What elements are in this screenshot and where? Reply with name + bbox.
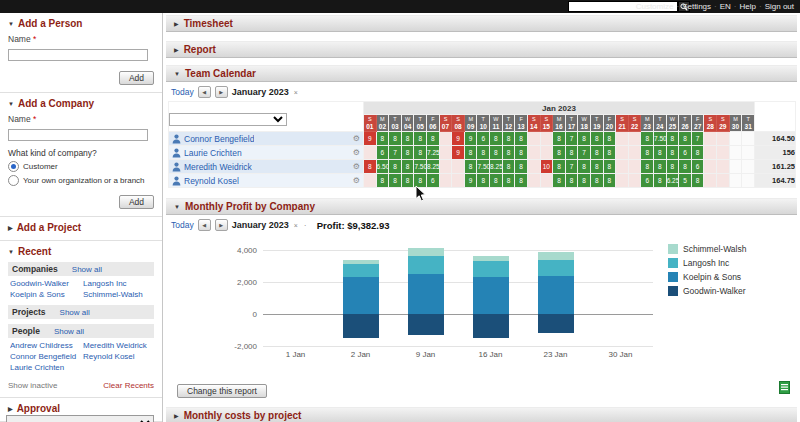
calendar-cell[interactable]: 6 (477, 132, 490, 146)
calendar-cell[interactable]: 8 (414, 174, 427, 188)
calendar-cell[interactable]: 8 (490, 174, 503, 188)
calendar-cell[interactable] (742, 174, 755, 188)
bar-segment-schimmel-walsh[interactable] (473, 256, 509, 261)
calendar-cell[interactable]: 8 (578, 174, 591, 188)
calendar-cell[interactable]: 7 (565, 160, 578, 174)
calendar-cell[interactable] (729, 174, 742, 188)
today-link[interactable]: Today (171, 87, 194, 97)
calendar-cell[interactable]: 7.50 (654, 132, 667, 146)
calendar-cell[interactable]: 8 (603, 160, 616, 174)
calendar-cell[interactable] (616, 174, 629, 188)
section-monthly-profit[interactable]: ▼ Monthly Profit by Company (166, 198, 797, 215)
calendar-cell[interactable]: 8 (590, 160, 603, 174)
next-month-button[interactable]: ▶ (215, 219, 228, 231)
recent-item-schimmel-walsh[interactable]: Schimmel-Walsh (83, 290, 152, 299)
section-monthly-costs[interactable]: ▶ Monthly costs by project (166, 407, 797, 422)
calendar-cell[interactable] (717, 132, 730, 146)
calendar-cell[interactable]: 8 (401, 160, 414, 174)
calendar-cell[interactable]: 8 (578, 160, 591, 174)
calendar-cell[interactable] (704, 174, 717, 188)
calendar-cell[interactable]: 8 (364, 160, 377, 174)
section-timesheet[interactable]: ▶ Timesheet (166, 15, 797, 32)
calendar-cell[interactable] (616, 146, 629, 160)
calendar-cell[interactable]: 10 (540, 160, 553, 174)
bar-segment-langosh-inc[interactable] (538, 260, 574, 276)
calendar-cell[interactable]: 8 (376, 132, 389, 146)
calendar-cell[interactable] (729, 146, 742, 160)
calendar-cell[interactable]: 9 (364, 132, 377, 146)
calendar-cell[interactable] (704, 146, 717, 160)
company-name-input[interactable] (8, 129, 148, 141)
calendar-cell[interactable]: 8 (654, 146, 667, 160)
calendar-cell[interactable]: 8 (603, 146, 616, 160)
calendar-cell[interactable]: 8 (389, 174, 402, 188)
bar-segment-schimmel-walsh[interactable] (408, 248, 444, 256)
calendar-cell[interactable]: 8 (464, 146, 477, 160)
calendar-cell[interactable] (439, 146, 452, 160)
calendar-cell[interactable]: 9 (464, 132, 477, 146)
today-link[interactable]: Today (171, 220, 194, 230)
calendar-cell[interactable]: 8 (691, 174, 704, 188)
gear-icon[interactable]: ⚙ (353, 174, 360, 187)
calendar-cell[interactable]: 8.25 (427, 160, 440, 174)
bar-segment-goodwin-walker[interactable] (473, 314, 509, 338)
recent-item-langosh-inc[interactable]: Langosh Inc (83, 279, 152, 288)
calendar-cell[interactable]: 7 (389, 146, 402, 160)
topbar-link-sign-out[interactable]: Sign out (765, 2, 794, 11)
calendar-cell[interactable]: 8 (515, 174, 528, 188)
calendar-cell[interactable]: 8 (464, 160, 477, 174)
add-company-header[interactable]: ▼ Add a Company (8, 98, 154, 109)
calendar-cell[interactable]: 8 (590, 146, 603, 160)
calendar-cell[interactable]: 8 (515, 146, 528, 160)
calendar-cell[interactable] (742, 146, 755, 160)
calendar-cell[interactable]: 6 (376, 146, 389, 160)
person-link-meredith-weidrick[interactable]: Meredith Weidrick (184, 162, 252, 172)
calendar-cell[interactable] (439, 174, 452, 188)
recent-item-andrew-childress[interactable]: Andrew Childress (10, 341, 79, 350)
add-company-button[interactable]: Add (119, 195, 154, 209)
calendar-cell[interactable]: 8 (515, 132, 528, 146)
calendar-cell[interactable] (452, 174, 465, 188)
calendar-cell[interactable]: 8 (502, 174, 515, 188)
calendar-cell[interactable] (364, 146, 377, 160)
person-link-laurie-crichten[interactable]: Laurie Crichten (184, 148, 242, 158)
calendar-cell[interactable] (704, 160, 717, 174)
calendar-cell[interactable] (628, 160, 641, 174)
calendar-cell[interactable] (527, 146, 540, 160)
calendar-cell[interactable]: 8 (654, 160, 667, 174)
calendar-cell[interactable]: 8 (401, 146, 414, 160)
calendar-cell[interactable]: 8 (691, 146, 704, 160)
calendar-cell[interactable]: 8 (666, 132, 679, 146)
calendar-cell[interactable]: 8 (401, 132, 414, 146)
calendar-cell[interactable] (742, 160, 755, 174)
calendar-cell[interactable]: 8 (502, 160, 515, 174)
person-link-connor-bengefield[interactable]: Connor Bengefield (184, 134, 254, 144)
bar-segment-koelpin-sons[interactable] (408, 274, 444, 314)
radio-own-organization[interactable]: Your own organization or a branch (8, 175, 154, 186)
close-icon[interactable]: × (294, 222, 298, 229)
clear-recents-link[interactable]: Clear Recents (103, 381, 154, 390)
calendar-person-filter[interactable] (169, 113, 287, 126)
calendar-cell[interactable]: 8 (553, 132, 566, 146)
calendar-cell[interactable]: 8 (477, 146, 490, 160)
calendar-cell[interactable] (527, 174, 540, 188)
bar-segment-koelpin-sons[interactable] (473, 277, 509, 314)
bar-segment-koelpin-sons[interactable] (538, 276, 574, 314)
calendar-cell[interactable] (452, 160, 465, 174)
add-person-header[interactable]: ▼ Add a Person (8, 18, 154, 29)
prev-month-button[interactable]: ◀ (198, 86, 211, 98)
calendar-cell[interactable]: 8 (641, 132, 654, 146)
calendar-cell[interactable]: 8.25 (490, 160, 503, 174)
calendar-cell[interactable]: 8 (389, 160, 402, 174)
calendar-cell[interactable]: 8 (515, 160, 528, 174)
bar-segment-goodwin-walker[interactable] (408, 314, 444, 335)
topbar-link-customize[interactable]: Customize (636, 2, 674, 11)
calendar-cell[interactable] (729, 160, 742, 174)
calendar-cell[interactable] (704, 132, 717, 146)
calendar-cell[interactable]: 8 (477, 174, 490, 188)
calendar-cell[interactable]: 5 (679, 174, 692, 188)
approval-header[interactable]: ▶ Approval (8, 403, 154, 414)
topbar-link-en[interactable]: EN (720, 2, 731, 11)
calendar-cell[interactable] (628, 132, 641, 146)
calendar-cell[interactable] (540, 132, 553, 146)
